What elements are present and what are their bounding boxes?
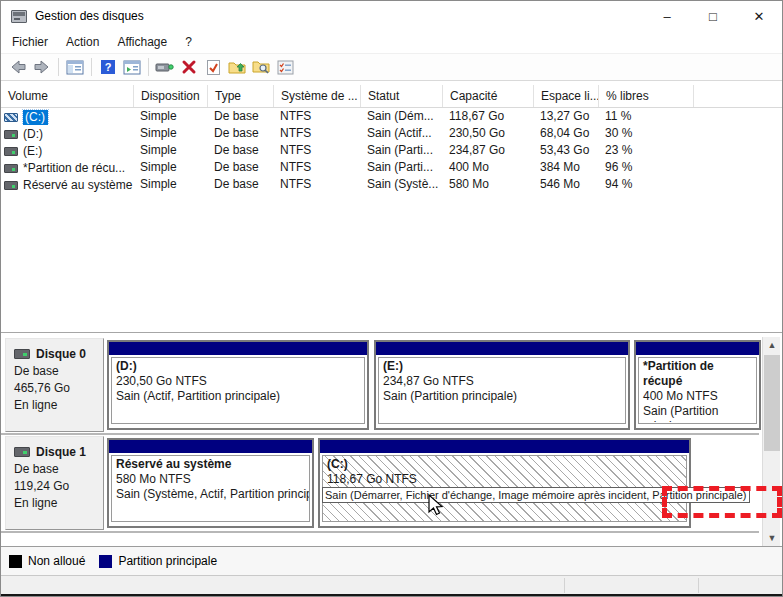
- menu-action[interactable]: Action: [57, 32, 108, 52]
- partition-color-bar: [320, 440, 689, 453]
- partition-status: Sain (Partition princip: [643, 404, 752, 424]
- cell-statut: Sain (Parti...: [361, 159, 443, 176]
- table-row[interactable]: Réservé au système Simple De base NTFS S…: [1, 176, 782, 193]
- legend-label-unallocated: Non alloué: [28, 554, 85, 568]
- maximize-button[interactable]: □: [690, 1, 736, 31]
- cell-libres: 23 %: [599, 142, 694, 159]
- column-header-capacite[interactable]: Capacité: [443, 85, 534, 107]
- toolbar-separator: [91, 58, 92, 76]
- legend-label-primary: Partition principale: [118, 554, 217, 568]
- column-header-systeme[interactable]: Système de ...: [274, 85, 361, 107]
- forward-icon[interactable]: [31, 57, 53, 77]
- menu-affichage[interactable]: Affichage: [108, 32, 176, 52]
- scrollbar-thumb[interactable]: [764, 355, 780, 451]
- disk0-size: 465,76 Go: [14, 381, 103, 395]
- cell-capacite: 118,67 Go: [443, 108, 534, 125]
- partition-color-bar: [376, 342, 628, 355]
- cell-disposition: Simple: [134, 125, 208, 142]
- cell-fs: NTFS: [274, 142, 361, 159]
- title-bar: Gestion des disques – □ ✕: [1, 1, 782, 31]
- disk1-info-box[interactable]: Disque 1 De base 119,24 Go En ligne: [5, 436, 104, 530]
- delete-icon[interactable]: [178, 57, 200, 77]
- partition-e[interactable]: (E:) 234,87 Go NTFS Sain (Partition prin…: [374, 340, 630, 430]
- column-header-type[interactable]: Type: [208, 85, 274, 107]
- disk1-type: De base: [14, 462, 103, 476]
- column-header-libres[interactable]: % libres: [599, 85, 694, 107]
- checklist-icon[interactable]: [274, 57, 296, 77]
- cell-fs: NTFS: [274, 159, 361, 176]
- menu-aide[interactable]: ?: [176, 32, 201, 52]
- volume-name: Réservé au système: [23, 178, 132, 192]
- cell-espace: 53,43 Go: [534, 142, 599, 159]
- column-header-disposition[interactable]: Disposition: [134, 85, 208, 107]
- cell-disposition: Simple: [134, 142, 208, 159]
- partition-label: (C:): [327, 457, 682, 472]
- column-header-volume[interactable]: Volume: [1, 85, 134, 107]
- column-header-empty: [694, 85, 782, 107]
- table-row[interactable]: (C:) Simple De base NTFS Sain (Dém... 11…: [1, 108, 782, 125]
- cell-statut: Sain (Dém...: [361, 108, 443, 125]
- table-row[interactable]: *Partition de récu... Simple De base NTF…: [1, 159, 782, 176]
- partition-d[interactable]: (D:) 230,50 Go NTFS Sain (Actif, Partiti…: [107, 340, 369, 430]
- cell-espace: 13,27 Go: [534, 108, 599, 125]
- partition-c-selected[interactable]: (C:) 118,67 Go NTFS Sain (Démarrer, Fich…: [318, 438, 691, 528]
- partition-color-bar: [109, 342, 367, 355]
- disk-management-window: Gestion des disques – □ ✕ Fichier Action…: [0, 0, 783, 597]
- volume-name: (E:): [23, 144, 42, 158]
- table-header: Volume Disposition Type Système de ... S…: [1, 85, 782, 108]
- cell-type: De base: [208, 176, 274, 193]
- cell-espace: 546 Mo: [534, 176, 599, 193]
- scroll-down-icon[interactable]: ▼: [763, 530, 781, 546]
- cell-statut: Sain (Parti...: [361, 142, 443, 159]
- partition-status: Sain (Système, Actif, Partition princip: [116, 487, 305, 502]
- minimize-button[interactable]: –: [644, 1, 690, 31]
- table-row[interactable]: (D:) Simple De base NTFS Sain (Actif... …: [1, 125, 782, 142]
- cell-capacite: 580 Mo: [443, 176, 534, 193]
- cell-disposition: Simple: [134, 176, 208, 193]
- window-list-icon[interactable]: [64, 57, 86, 77]
- partition-size: 230,50 Go NTFS: [116, 374, 360, 389]
- cell-libres: 96 %: [599, 159, 694, 176]
- disk0-info-box[interactable]: Disque 0 De base 465,76 Go En ligne: [5, 338, 104, 432]
- volume-name: *Partition de récu...: [23, 161, 125, 175]
- cell-libres: 30 %: [599, 125, 694, 142]
- back-icon[interactable]: [7, 57, 29, 77]
- volume-icon: [4, 164, 18, 173]
- cell-capacite: 400 Mo: [443, 159, 534, 176]
- scroll-up-icon[interactable]: ▲: [763, 337, 781, 353]
- folder-up-icon[interactable]: [226, 57, 248, 77]
- partition-size: 234,87 Go NTFS: [383, 374, 621, 389]
- volume-icon: [4, 130, 18, 139]
- help-icon[interactable]: ?: [97, 57, 119, 77]
- disk-row-1: Disque 1 De base 119,24 Go En ligne Rése…: [1, 435, 759, 533]
- disk1-name: Disque 1: [36, 445, 86, 459]
- close-button[interactable]: ✕: [736, 1, 782, 31]
- volume-icon: [4, 181, 18, 190]
- cell-libres: 11 %: [599, 108, 694, 125]
- table-row[interactable]: (E:) Simple De base NTFS Sain (Parti... …: [1, 142, 782, 159]
- column-header-statut[interactable]: Statut: [361, 85, 443, 107]
- disk1-status: En ligne: [14, 496, 103, 510]
- partition-system-reserved[interactable]: Réservé au système 580 Mo NTFS Sain (Sys…: [107, 438, 314, 528]
- menu-fichier[interactable]: Fichier: [3, 32, 57, 52]
- column-header-espace[interactable]: Espace li...: [534, 85, 599, 107]
- window-panels-icon[interactable]: [121, 57, 143, 77]
- cell-capacite: 234,87 Go: [443, 142, 534, 159]
- partition-color-bar: [109, 440, 312, 453]
- cell-type: De base: [208, 108, 274, 125]
- properties-check-icon[interactable]: [202, 57, 224, 77]
- cell-type: De base: [208, 125, 274, 142]
- legend-swatch-unallocated: [9, 555, 22, 568]
- partition-label: (D:): [116, 359, 360, 374]
- partition-recovery[interactable]: *Partition de récupé 400 Mo NTFS Sain (P…: [634, 340, 761, 430]
- cell-statut: Sain (Systè...: [361, 176, 443, 193]
- cell-disposition: Simple: [134, 108, 208, 125]
- disk-icon: [14, 349, 30, 359]
- cell-capacite: 230,50 Go: [443, 125, 534, 142]
- device-icon[interactable]: [154, 57, 176, 77]
- toolbar: ?: [1, 53, 782, 81]
- folder-search-icon[interactable]: [250, 57, 272, 77]
- cell-espace: 68,04 Go: [534, 125, 599, 142]
- volume-name: (D:): [23, 127, 43, 141]
- legend-bar: Non alloué Partition principale: [1, 546, 782, 575]
